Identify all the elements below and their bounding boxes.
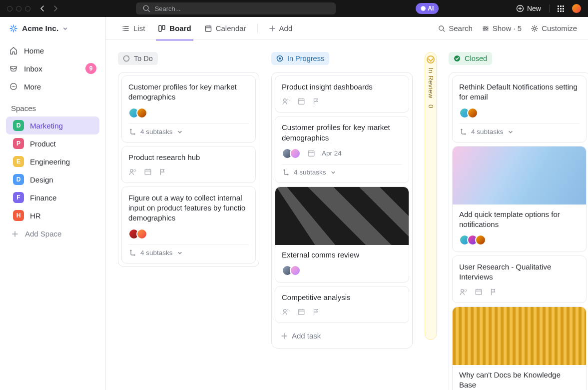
space-item-engineering[interactable]: EEngineering [6, 152, 99, 170]
task-card[interactable]: Customer profiles for key market demogra… [121, 76, 256, 142]
customize-button[interactable]: Customize [531, 24, 577, 32]
minimize-window-dot[interactable] [16, 6, 21, 12]
sidebar-item-inbox[interactable]: Inbox 9 [0, 59, 105, 78]
view-tab-calendar[interactable]: Calendar [199, 17, 251, 40]
assignee-icon[interactable] [459, 288, 468, 296]
task-card[interactable]: Figure out a way to collect internal inp… [121, 186, 256, 264]
space-item-product[interactable]: PProduct [6, 134, 99, 152]
ai-button[interactable]: AI [416, 3, 439, 14]
subtasks-toggle[interactable]: 4 subtasks [459, 124, 580, 136]
date-icon[interactable] [297, 308, 306, 316]
card-title: Rethink Default Notifications setting fo… [459, 82, 580, 102]
svg-point-37 [461, 128, 462, 130]
svg-rect-11 [205, 26, 211, 32]
flag-icon[interactable] [312, 308, 321, 316]
assignee-avatars[interactable] [459, 108, 478, 118]
svg-point-31 [283, 169, 285, 170]
space-color-icon: H [13, 210, 24, 221]
assignee-avatars[interactable] [282, 265, 301, 276]
avatar [290, 148, 301, 159]
history-nav [39, 6, 58, 12]
show-filter-button[interactable]: Show · 5 [482, 24, 522, 32]
search-placeholder: Search... [155, 5, 181, 12]
date-icon[interactable] [474, 288, 483, 296]
task-card[interactable]: Rethink Default Notifications setting fo… [452, 76, 587, 142]
column-header-todo[interactable]: To Do [118, 52, 158, 65]
column-in-progress: In Progress Product insight dashboardsCu… [271, 52, 413, 348]
task-card[interactable]: Add quick template options for notificat… [452, 146, 587, 252]
maximize-window-dot[interactable] [25, 6, 30, 12]
card-title: External comms review [282, 250, 402, 260]
forward-icon[interactable] [52, 6, 58, 12]
assignee-avatars[interactable] [459, 234, 486, 246]
back-icon[interactable] [39, 6, 45, 12]
subtasks-toggle[interactable]: 4 subtasks [128, 244, 249, 257]
task-card[interactable]: User Research - Qualitative Interviews [452, 256, 587, 303]
chevron-down-icon [62, 26, 68, 32]
space-item-hr[interactable]: HHR [6, 206, 99, 224]
task-card[interactable]: Product insight dashboards [275, 76, 409, 112]
subtasks-toggle[interactable]: 4 subtasks [282, 164, 402, 176]
svg-rect-22 [145, 169, 151, 174]
svg-point-33 [284, 310, 286, 312]
task-card[interactable]: External comms review [275, 186, 409, 282]
sliders-icon [482, 24, 490, 32]
user-avatar[interactable] [572, 4, 581, 13]
chevron-down-icon[interactable] [330, 170, 336, 176]
chevron-down-icon[interactable] [177, 129, 183, 135]
column-header-closed[interactable]: Closed [449, 52, 492, 65]
add-task-button[interactable]: Add task [275, 326, 409, 345]
flag-icon[interactable] [158, 168, 167, 176]
view-tab-list[interactable]: List [117, 17, 150, 40]
avatar [467, 108, 478, 118]
assignee-icon[interactable] [128, 168, 137, 176]
add-space-button[interactable]: Add Space [0, 224, 105, 243]
svg-point-27 [284, 99, 286, 102]
view-tab-board[interactable]: Board [153, 17, 196, 40]
space-item-marketing[interactable]: DMarketing [6, 116, 99, 134]
search-icon [438, 24, 446, 32]
subtasks-icon [459, 128, 467, 136]
global-search[interactable]: Search... [136, 2, 336, 14]
svg-point-5 [14, 86, 15, 87]
assignee-icon[interactable] [282, 97, 291, 106]
sidebar-item-label: Home [24, 46, 44, 55]
sidebar-item-more[interactable]: More [0, 78, 105, 95]
task-card[interactable]: Customer profiles for key market demogra… [275, 116, 409, 183]
new-button[interactable]: New [516, 4, 541, 12]
calendar-icon [204, 24, 212, 32]
close-window-dot[interactable] [7, 6, 12, 12]
sidebar-item-label: More [24, 82, 41, 91]
date-icon[interactable] [307, 149, 316, 158]
workspace-switcher[interactable]: Acme Inc. [0, 24, 105, 42]
plus-circle-icon [516, 4, 524, 12]
add-view-button[interactable]: Add [264, 17, 298, 40]
status-closed-icon [454, 55, 461, 62]
svg-point-3 [11, 86, 12, 87]
svg-point-32 [287, 174, 288, 175]
column-header-in-progress[interactable]: In Progress [271, 52, 329, 65]
assignee-avatars[interactable] [128, 108, 147, 118]
flag-icon[interactable] [489, 288, 498, 296]
chevron-down-icon[interactable] [508, 129, 514, 135]
assignee-icon[interactable] [282, 308, 291, 316]
assignee-avatars[interactable] [282, 148, 301, 159]
assignee-avatars[interactable] [128, 228, 147, 240]
apps-icon[interactable] [558, 6, 564, 12]
date-icon[interactable] [143, 168, 152, 176]
task-card[interactable]: Why can't Docs be Knowledge Base [452, 306, 587, 390]
board-search-button[interactable]: Search [438, 24, 473, 32]
column-in-review-collapsed[interactable]: In Review 0 [425, 52, 437, 390]
chevron-down-icon[interactable] [177, 250, 183, 256]
space-item-design[interactable]: DDesign [6, 170, 99, 188]
date-icon[interactable] [297, 97, 306, 106]
svg-rect-41 [476, 289, 482, 294]
sidebar-item-home[interactable]: Home [0, 42, 105, 59]
subtasks-toggle[interactable]: 4 subtasks [128, 124, 249, 136]
task-card[interactable]: Product research hub [121, 146, 256, 183]
task-card[interactable]: Competitive analysis [275, 286, 409, 323]
due-date: Apr 24 [322, 150, 342, 157]
space-item-finance[interactable]: FFinance [6, 188, 99, 206]
card-title: Customer profiles for key market demogra… [128, 82, 249, 102]
flag-icon[interactable] [312, 97, 321, 106]
